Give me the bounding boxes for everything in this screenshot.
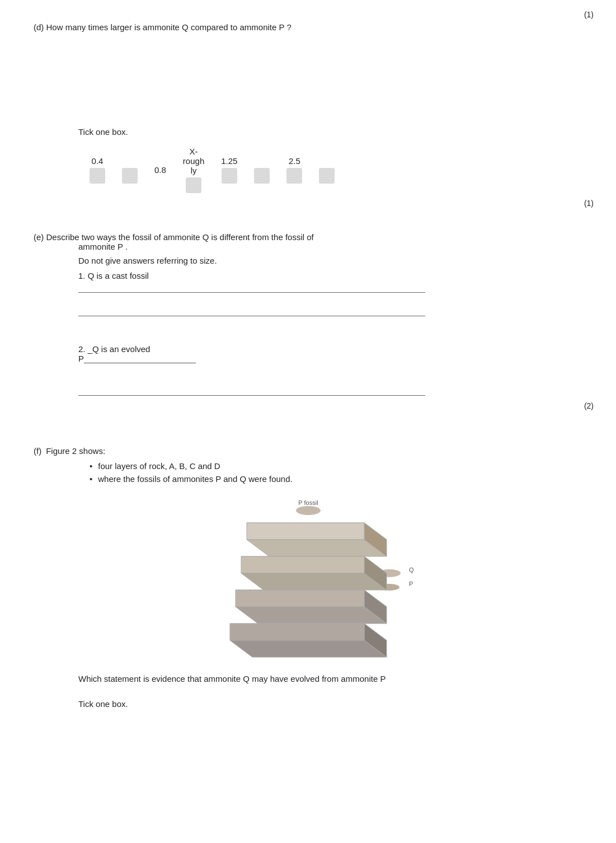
do-not-note: Do not give answers referring to size. — [78, 256, 582, 265]
option-label-x-roughly: X-roughly — [183, 147, 204, 175]
option-2-5: 2.5 — [286, 156, 302, 184]
checkbox-blank-1[interactable] — [122, 168, 138, 184]
bullet-2-dot: • — [90, 474, 92, 484]
answer-2-label: 2. _Q is an evolved P — [78, 344, 582, 363]
options-row: 0.4 0.8 X-roughly 1.25 2.5 — [90, 147, 582, 193]
answer-1-label: 1. Q is a cast fossil — [78, 271, 582, 280]
rock-layers-svg: P fossil Q P — [191, 495, 426, 663]
option-blank-1 — [122, 156, 138, 184]
svg-marker-12 — [241, 556, 364, 573]
option-label-blank-2 — [261, 156, 263, 166]
answer-1-line-1[interactable] — [78, 283, 425, 293]
answer-2-line-2[interactable] — [78, 386, 425, 396]
svg-marker-16 — [236, 590, 364, 607]
svg-text:P fossil: P fossil — [298, 499, 318, 506]
svg-marker-20 — [230, 624, 364, 640]
tick-label-1: Tick one box. — [78, 127, 582, 137]
option-label-1-25: 1.25 — [221, 156, 237, 166]
f-label: (f) — [34, 446, 41, 456]
bullet-2-text: where the fossils of ammonites P and Q w… — [98, 474, 292, 484]
tick-box-section-1: Tick one box. 0.4 0.8 X-roughly 1.25 — [78, 127, 582, 193]
tick-label-2: Tick one box. — [78, 699, 582, 709]
svg-text:P: P — [409, 580, 413, 587]
bullet-1: • four layers of rock, A, B, C and D — [90, 461, 582, 471]
bullet-1-text: four layers of rock, A, B, C and D — [98, 461, 220, 471]
page-number-top: (1) — [584, 10, 594, 19]
option-1-25: 1.25 — [221, 156, 237, 184]
option-0-8: 0.8 — [154, 165, 166, 175]
section-e: (e) Describe two ways the fossil of ammo… — [34, 232, 582, 396]
svg-text:Q: Q — [409, 566, 414, 573]
checkbox-blank-2[interactable] — [254, 168, 270, 184]
answer-2-text: 2. _Q is an evolved — [78, 344, 150, 354]
svg-point-0 — [296, 506, 321, 515]
checkbox-2-5[interactable] — [286, 168, 302, 184]
mark-2-f: (2) — [584, 401, 594, 410]
checkbox-blank-3[interactable] — [319, 168, 335, 184]
question-e-suffix: ammonite P . — [78, 242, 128, 251]
option-x-roughly: X-roughly — [183, 147, 204, 193]
option-blank-3 — [319, 156, 335, 184]
question-e-prefix: (e) Describe two ways the fossil of ammo… — [34, 232, 314, 242]
option-label-blank-3 — [326, 156, 328, 166]
question-d: (d) How many times larger is ammonite Q … — [34, 22, 582, 32]
svg-marker-13 — [241, 573, 387, 590]
option-label-blank-1 — [129, 156, 131, 166]
option-blank-2 — [254, 156, 270, 184]
bullet-1-dot: • — [90, 461, 92, 471]
answer-2-inline-line[interactable] — [84, 363, 196, 363]
figure-2: P fossil Q P — [34, 495, 582, 663]
question-e-text: (e) Describe two ways the fossil of ammo… — [34, 232, 582, 251]
bullet-2: • where the fossils of ammonites P and Q… — [90, 474, 582, 484]
answer-1-line-2[interactable] — [78, 306, 425, 316]
option-label-0-4: 0.4 — [92, 156, 104, 166]
answer-2-prefix: P — [78, 354, 84, 363]
mark-1-e: (1) — [584, 199, 594, 208]
option-label-2-5: 2.5 — [289, 156, 300, 166]
svg-marker-21 — [230, 640, 387, 657]
checkbox-0-4[interactable] — [90, 168, 105, 184]
f-header: (f) Figure 2 shows: — [34, 446, 582, 456]
section-f: (f) Figure 2 shows: • four layers of roc… — [34, 446, 582, 484]
option-label-0-8: 0.8 — [154, 165, 166, 175]
svg-marker-4 — [247, 523, 364, 540]
f-header-text: Figure 2 shows: — [46, 446, 105, 456]
svg-marker-5 — [247, 540, 387, 556]
checkbox-1-25[interactable] — [222, 168, 237, 184]
bottom-text-1: Which statement is evidence that ammonit… — [78, 674, 582, 683]
option-0-4: 0.4 — [90, 156, 105, 184]
checkbox-x-roughly[interactable] — [186, 177, 201, 193]
svg-marker-17 — [236, 607, 387, 624]
